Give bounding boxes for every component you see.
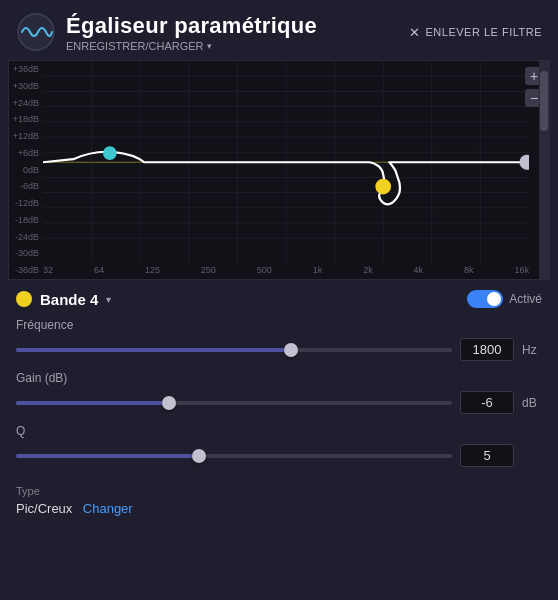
gain-fill <box>16 401 169 405</box>
db-label-30p: +30dB <box>9 82 43 91</box>
frequency-track[interactable] <box>16 348 452 352</box>
freq-2k: 2k <box>363 265 373 275</box>
frequency-input[interactable] <box>460 338 514 361</box>
header: Égaliseur paramétrique ENREGISTRER/CHARG… <box>0 0 558 56</box>
freq-64: 64 <box>94 265 104 275</box>
right-handle <box>520 155 529 169</box>
type-change-button[interactable]: Changer <box>83 501 133 516</box>
scrollbar-thumb[interactable] <box>540 71 548 131</box>
freq-labels: 32 64 125 250 500 1k 2k 4k 8k 16k <box>43 265 529 275</box>
db-label-18p: +18dB <box>9 115 43 124</box>
q-label: Q <box>16 424 542 438</box>
gain-unit: dB <box>522 396 542 410</box>
db-label-24n: -24dB <box>9 233 43 242</box>
remove-filter-label: ENLEVER LE FILTRE <box>426 26 543 38</box>
chart-scrollbar[interactable] <box>539 61 549 279</box>
type-row: Pic/Creux Changer <box>16 499 542 517</box>
gain-input[interactable] <box>460 391 514 414</box>
db-label-0: 0dB <box>9 166 43 175</box>
save-load-label: ENREGISTRER/CHARGER <box>66 40 204 52</box>
remove-filter-button[interactable]: ✕ ENLEVER LE FILTRE <box>409 25 542 40</box>
gain-label: Gain (dB) <box>16 371 542 385</box>
header-left: Égaliseur paramétrique ENREGISTRER/CHARG… <box>16 12 317 52</box>
frequency-control: Hz <box>16 338 542 361</box>
active-label: Activé <box>509 292 542 306</box>
db-label-6p: +6dB <box>9 149 43 158</box>
freq-32: 32 <box>43 265 53 275</box>
type-value: Pic/Creux <box>16 501 72 516</box>
frequency-unit: Hz <box>522 343 542 357</box>
app-container: Égaliseur paramétrique ENREGISTRER/CHARG… <box>0 0 558 600</box>
eq-curve-svg <box>43 61 529 264</box>
save-load-button[interactable]: ENREGISTRER/CHARGER ▾ <box>66 40 317 52</box>
gain-thumb[interactable] <box>162 396 176 410</box>
db-label-6n: -6dB <box>9 182 43 191</box>
band-dropdown-chevron: ▾ <box>106 294 111 305</box>
frequency-fill <box>16 348 291 352</box>
sliders-section: Fréquence Hz Gain (dB) dB <box>0 314 558 477</box>
remove-filter-x-icon: ✕ <box>409 25 421 40</box>
band-label: Bande 4 <box>40 291 98 308</box>
gain-control: dB <box>16 391 542 414</box>
freq-125: 125 <box>145 265 160 275</box>
db-label-36p: +36dB <box>9 65 43 74</box>
freq-16k: 16k <box>514 265 529 275</box>
gain-track[interactable] <box>16 401 452 405</box>
db-label-12p: +12dB <box>9 132 43 141</box>
frequency-label: Fréquence <box>16 318 542 332</box>
active-switch[interactable] <box>467 290 503 308</box>
q-track[interactable] <box>16 454 452 458</box>
band-selector[interactable]: Bande 4 ▾ <box>16 291 111 308</box>
freq-250: 250 <box>201 265 216 275</box>
logo-icon <box>16 12 56 52</box>
q-control <box>16 444 542 467</box>
save-load-chevron: ▾ <box>207 41 212 51</box>
q-fill <box>16 454 199 458</box>
q-thumb[interactable] <box>192 449 206 463</box>
frequency-thumb[interactable] <box>284 343 298 357</box>
band1-handle <box>104 147 116 159</box>
db-label-18n: -18dB <box>9 216 43 225</box>
db-label-24p: +24dB <box>9 99 43 108</box>
svg-point-0 <box>18 14 54 50</box>
freq-1k: 1k <box>313 265 323 275</box>
db-label-30n: -30dB <box>9 249 43 258</box>
band-color-dot <box>16 291 32 307</box>
band4-handle <box>376 179 390 193</box>
freq-500: 500 <box>257 265 272 275</box>
app-title: Égaliseur paramétrique <box>66 13 317 39</box>
band-header: Bande 4 ▾ Activé <box>0 280 558 314</box>
db-label-12n: -12dB <box>9 199 43 208</box>
header-title-block: Égaliseur paramétrique ENREGISTRER/CHARG… <box>66 13 317 52</box>
db-labels: +36dB +30dB +24dB +18dB +12dB +6dB 0dB -… <box>9 61 43 279</box>
db-label-36n: -36dB <box>9 266 43 275</box>
frequency-row: Fréquence Hz <box>16 318 542 361</box>
type-section: Type Pic/Creux Changer <box>0 477 558 521</box>
active-toggle[interactable]: Activé <box>467 290 542 308</box>
freq-8k: 8k <box>464 265 474 275</box>
freq-4k: 4k <box>414 265 424 275</box>
q-row: Q <box>16 424 542 467</box>
q-input[interactable] <box>460 444 514 467</box>
gain-row: Gain (dB) dB <box>16 371 542 414</box>
type-label: Type <box>16 485 542 497</box>
eq-chart-container: +36dB +30dB +24dB +18dB +12dB +6dB 0dB -… <box>8 60 550 280</box>
